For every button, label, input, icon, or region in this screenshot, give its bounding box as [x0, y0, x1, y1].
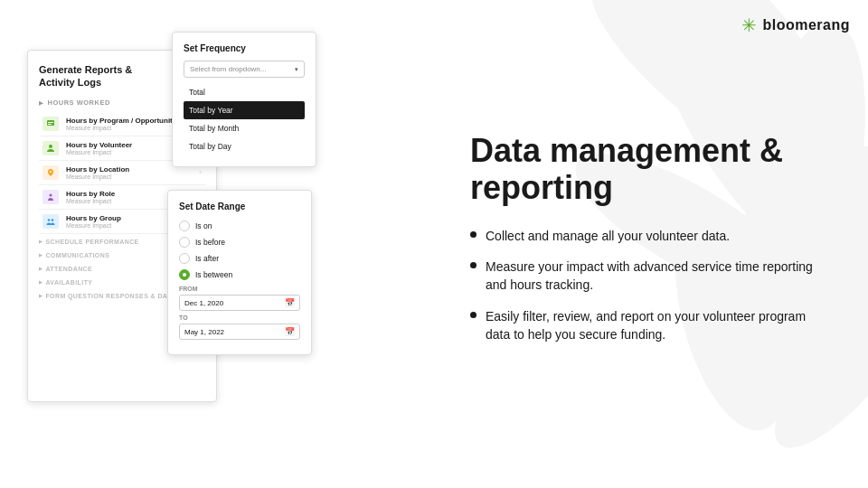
svg-point-14: [52, 219, 54, 221]
svg-point-13: [48, 219, 51, 221]
radio-is-after-circle: [179, 253, 190, 264]
location-arrow: ›: [199, 168, 202, 176]
group-icon: [42, 214, 59, 229]
frequency-title: Set Frequency: [184, 43, 305, 53]
calendar-to-icon: 📅: [285, 327, 295, 336]
radio-is-before[interactable]: Is before: [179, 237, 300, 248]
bullet-dot-2: [470, 262, 476, 268]
location-text: Hours by Location Measure Impact: [66, 165, 192, 180]
bullet-text-2: Measure your impact with advanced servic…: [486, 258, 832, 295]
chevron-down-icon: ▾: [295, 66, 298, 73]
svg-rect-8: [48, 122, 53, 123]
to-label: TO: [179, 314, 300, 321]
calendar-from-icon: 📅: [285, 298, 295, 307]
freq-option-day[interactable]: Total by Day: [184, 137, 305, 155]
main-heading: Data management & reporting: [470, 132, 832, 207]
radio-is-on-circle: [179, 221, 190, 231]
to-date-input[interactable]: May 1, 2022 📅: [179, 324, 300, 340]
from-label: FROM: [179, 286, 300, 292]
daterange-panel: Set Date Range Is on Is before Is after …: [167, 190, 312, 355]
frequency-dropdown[interactable]: Select from dropdown... ▾: [184, 61, 305, 78]
radio-is-between[interactable]: Is between: [179, 269, 300, 280]
bullet-text-1: Collect and manage all your volunteer da…: [486, 227, 730, 245]
right-panel: Data management & reporting Collect and …: [443, 0, 868, 488]
freq-option-total[interactable]: Total: [184, 83, 305, 101]
logo-text: bloomerang: [762, 17, 850, 33]
logo: ✳ bloomerang: [741, 14, 850, 36]
freq-option-year[interactable]: Total by Year: [184, 101, 305, 119]
svg-rect-9: [48, 124, 52, 125]
bullet-list: Collect and manage all your volunteer da…: [470, 227, 832, 356]
bullet-dot-3: [470, 312, 476, 318]
radio-is-on[interactable]: Is on: [179, 221, 300, 231]
bullet-dot-1: [470, 231, 476, 238]
location-icon: [42, 165, 59, 180]
radio-is-between-circle: [179, 269, 190, 280]
radio-is-before-circle: [179, 237, 190, 248]
mockup-container: Generate Reports &Activity Logs HOURS WO…: [27, 32, 416, 456]
logo-icon: ✳: [741, 14, 757, 36]
radio-is-before-label: Is before: [195, 238, 225, 247]
radio-is-on-label: Is on: [195, 221, 212, 230]
freq-option-month[interactable]: Total by Month: [184, 119, 305, 137]
from-date-input[interactable]: Dec 1, 2020 📅: [179, 295, 300, 311]
heading-line1: Data management &: [470, 132, 783, 169]
volunteer-icon: [42, 141, 59, 155]
program-icon: [42, 117, 59, 131]
svg-point-11: [50, 171, 52, 173]
to-date-value: May 1, 2022: [184, 328, 224, 336]
role-icon: [42, 190, 59, 204]
daterange-title: Set Date Range: [179, 202, 300, 211]
bullet-item-1: Collect and manage all your volunteer da…: [470, 227, 832, 245]
bullet-text-3: Easily filter, review, and report on you…: [486, 307, 832, 344]
bullet-item-2: Measure your impact with advanced servic…: [470, 258, 832, 295]
frequency-dropdown-text: Select from dropdown...: [190, 65, 266, 73]
bullet-item-3: Easily filter, review, and report on you…: [470, 307, 832, 344]
left-panel: Generate Reports &Activity Logs HOURS WO…: [0, 0, 443, 488]
svg-point-10: [49, 145, 52, 148]
from-date-value: Dec 1, 2020: [184, 299, 223, 307]
radio-is-after[interactable]: Is after: [179, 253, 300, 264]
radio-is-between-label: Is between: [195, 270, 232, 279]
frequency-panel: Set Frequency Select from dropdown... ▾ …: [172, 32, 316, 167]
radio-is-after-label: Is after: [195, 254, 219, 263]
heading-line2: reporting: [470, 169, 613, 206]
svg-point-12: [50, 193, 52, 196]
location-sub: Measure Impact: [66, 174, 192, 180]
